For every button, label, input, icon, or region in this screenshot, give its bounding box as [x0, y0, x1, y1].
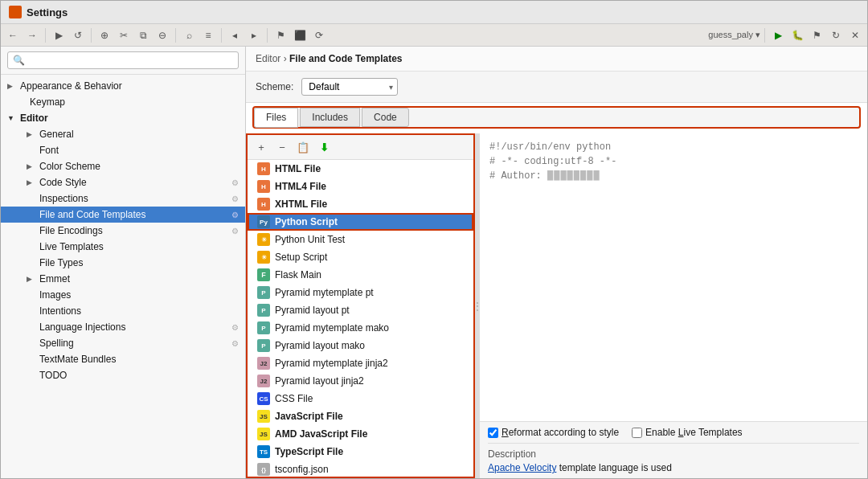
toolbar-sep-5 [267, 28, 268, 43]
toolbar-run[interactable]: ▶ [50, 27, 68, 44]
sidebar-item-font[interactable]: ▶ Font [1, 142, 245, 158]
sidebar-label: File and Code Templates [39, 209, 146, 220]
sidebar-item-general[interactable]: ▶ General [1, 126, 245, 142]
toolbar-profile[interactable]: ↻ [827, 27, 845, 44]
toolbar-next[interactable]: ▸ [245, 27, 263, 44]
ts-icon: TS [257, 445, 270, 458]
tab-code[interactable]: Code [362, 108, 409, 127]
file-item-python[interactable]: Py Python Script [248, 213, 473, 231]
sidebar-item-color-scheme[interactable]: ▶ Color Scheme [1, 158, 245, 174]
file-item-ts[interactable]: TS TypeScript File [248, 443, 473, 461]
file-item-label: HTML4 File [275, 181, 326, 192]
file-item-python-unit[interactable]: ☀ Python Unit Test [248, 231, 473, 248]
live-templates-checkbox[interactable] [632, 428, 642, 438]
file-item-label: TypeScript File [275, 446, 343, 457]
toolbar-reload[interactable]: ⟳ [310, 27, 328, 44]
toolbar-back[interactable]: ← [4, 27, 22, 44]
editor-panel: #!/usr/bin/env python # -*- coding:utf-8… [480, 133, 867, 478]
sidebar-item-spelling[interactable]: ▶ Spelling ⚙ [1, 335, 245, 351]
expand-arrow: ▶ [27, 275, 36, 283]
sidebar-item-language-injections[interactable]: ▶ Language Injections ⚙ [1, 319, 245, 335]
python-unit-icon: ☀ [257, 233, 270, 246]
toolbar-remove[interactable]: ⊖ [154, 27, 171, 44]
js-icon: JS [257, 410, 270, 423]
toolbar-add[interactable]: ⊕ [96, 27, 113, 44]
css-icon: CS [257, 392, 270, 405]
sidebar-item-live-templates[interactable]: ▶ Live Templates [1, 239, 245, 255]
file-item-setup[interactable]: ☀ Setup Script [248, 248, 473, 266]
html4-icon: H [257, 180, 270, 193]
toolbar-sep-6 [764, 28, 765, 43]
sidebar-item-editor[interactable]: ▼ Editor [1, 110, 245, 126]
file-item-pyramid-mako-2[interactable]: P Pyramid layout mako [248, 337, 473, 354]
toolbar-stop[interactable]: ⬛ [291, 27, 309, 44]
file-item-pyramid-layout-pt[interactable]: P Pyramid layout pt [248, 301, 473, 319]
reformat-checkbox[interactable] [488, 428, 498, 438]
search-input[interactable] [7, 51, 239, 69]
file-item-css[interactable]: CS CSS File [248, 390, 473, 407]
toolbar-run2[interactable]: ▶ [769, 27, 787, 44]
reformat-checkbox-label[interactable]: Reformat according to style [488, 427, 619, 438]
settings-icon5: ⚙ [231, 323, 239, 332]
file-item-xhtml[interactable]: H XHTML File [248, 195, 473, 213]
tab-includes[interactable]: Includes [300, 108, 360, 127]
sidebar-item-file-templates[interactable]: ▶ File and Code Templates ⚙ [1, 207, 245, 223]
copy-template-button[interactable]: 📋 [294, 138, 312, 156]
file-item-pyramid-jinja-2[interactable]: J2 Pyramid layout jinja2 [248, 372, 473, 390]
file-item-pyramid-mako-1[interactable]: P Pyramid mytemplate mako [248, 319, 473, 337]
sidebar-label: Spelling [39, 338, 74, 349]
flask-icon: F [257, 268, 270, 281]
main-toolbar: ← → ▶ ↺ ⊕ ✂ ⧉ ⊖ ⌕ ≡ ◂ ▸ ⚑ ⬛ ⟳ guess_paly… [1, 24, 867, 47]
sidebar-item-emmet[interactable]: ▶ Emmet [1, 271, 245, 287]
file-item-tsconfig[interactable]: {} tsconfig.json [248, 461, 473, 477]
file-item-label: HTML File [275, 163, 321, 174]
sidebar-item-file-encodings[interactable]: ▶ File Encodings ⚙ [1, 223, 245, 239]
scheme-select[interactable]: Default Project [301, 78, 398, 96]
add-template-button[interactable]: + [252, 138, 270, 156]
json-icon: {} [257, 463, 270, 476]
code-line-2: # -*- coding:utf-8 -*- [489, 154, 858, 169]
toolbar-debug2[interactable]: 🐛 [788, 27, 806, 44]
toolbar-menu[interactable]: ≡ [199, 27, 217, 44]
project-name: guess_paly ▾ [708, 30, 760, 40]
apache-velocity-link[interactable]: Apache Velocity [488, 462, 556, 473]
live-templates-checkbox-label[interactable]: Enable Live Templates [632, 427, 743, 438]
toolbar-prev[interactable]: ◂ [226, 27, 244, 44]
toolbar-refresh[interactable]: ↺ [69, 27, 87, 44]
main-content: ▶ Appearance & Behavior ▶ Keymap ▼ Edito… [1, 47, 867, 478]
sidebar-item-inspections[interactable]: ▶ Inspections ⚙ [1, 190, 245, 207]
sidebar-item-todo[interactable]: ▶ TODO [1, 367, 245, 383]
remove-template-button[interactable]: − [273, 138, 291, 156]
toolbar-debug[interactable]: ⚑ [272, 27, 289, 44]
toolbar-close2[interactable]: ✕ [846, 27, 864, 44]
sidebar-item-images[interactable]: ▶ Images [1, 287, 245, 303]
file-item-js[interactable]: JS JavaScript File [248, 407, 473, 425]
author-blurred: ████████ [547, 170, 600, 182]
toolbar-coverage[interactable]: ⚑ [808, 27, 825, 44]
toolbar-cut[interactable]: ✂ [115, 27, 133, 44]
file-item-html[interactable]: H HTML File [248, 160, 473, 178]
sidebar-label: TODO [39, 370, 67, 381]
sidebar-item-code-style[interactable]: ▶ Code Style ⚙ [1, 174, 245, 190]
sidebar-item-textmate[interactable]: ▶ TextMate Bundles [1, 351, 245, 367]
file-item-label: Python Script [275, 216, 338, 227]
coding-line: # -*- coding:utf-8 -*- [489, 156, 616, 167]
sidebar-item-intentions[interactable]: ▶ Intentions [1, 303, 245, 319]
code-editor[interactable]: #!/usr/bin/env python # -*- coding:utf-8… [480, 133, 867, 421]
file-item-label: Pyramid mytemplate pt [275, 287, 374, 298]
toolbar-search[interactable]: ⌕ [180, 27, 198, 44]
file-item-pyramid-pt-1[interactable]: P Pyramid mytemplate pt [248, 284, 473, 301]
file-item-pyramid-jinja-1[interactable]: J2 Pyramid mytemplate jinja2 [248, 354, 473, 372]
sidebar-item-keymap[interactable]: ▶ Keymap [1, 94, 245, 110]
tab-files[interactable]: Files [254, 108, 298, 128]
toolbar-copy[interactable]: ⧉ [134, 27, 152, 44]
file-item-amd-js[interactable]: JS AMD JavaScript File [248, 425, 473, 443]
sidebar-item-file-types[interactable]: ▶ File Types [1, 255, 245, 271]
sidebar-item-appearance[interactable]: ▶ Appearance & Behavior [1, 78, 245, 94]
import-template-button[interactable]: ⬇ [315, 138, 333, 156]
settings-icon3: ⚙ [231, 211, 239, 219]
file-item-flask[interactable]: F Flask Main [248, 266, 473, 284]
code-line-1: #!/usr/bin/env python [489, 140, 858, 154]
toolbar-forward[interactable]: → [23, 27, 41, 44]
file-item-html4[interactable]: H HTML4 File [248, 178, 473, 195]
